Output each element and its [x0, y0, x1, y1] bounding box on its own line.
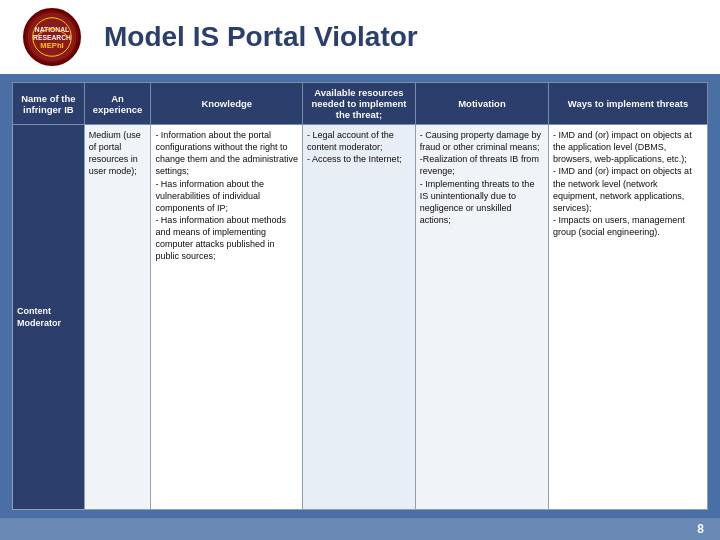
cell-motivation: - Causing property damage by fraud or ot… [415, 125, 548, 510]
cell-knowledge: - Information about the portal configura… [151, 125, 303, 510]
col-header-ways: Ways to implement threats [549, 83, 708, 125]
page-title: Model IS Portal Violator [104, 21, 418, 53]
logo-area: NATIONAL RESEARCH MEPhI [16, 8, 88, 66]
violator-table: Name of the infringer IB An experience K… [12, 82, 708, 510]
col-header-avail: Available resources needed to implement … [303, 83, 416, 125]
slide: NATIONAL RESEARCH MEPhI Model IS Portal … [0, 0, 720, 540]
footer: 8 [0, 518, 720, 540]
cell-experience: Medium (use of portal resources in user … [84, 125, 151, 510]
cell-available: - Legal account of the content moderator… [303, 125, 416, 510]
table-row: Content Moderator Medium (use of portal … [13, 125, 708, 510]
cell-ways: - IMD and (or) impact on objects at the … [549, 125, 708, 510]
col-header-motiv: Motivation [415, 83, 548, 125]
col-header-know: Knowledge [151, 83, 303, 125]
logo-circle: NATIONAL RESEARCH MEPhI [23, 8, 81, 66]
logo-svg: NATIONAL RESEARCH MEPhI [26, 10, 78, 64]
col-header-name: Name of the infringer IB [13, 83, 85, 125]
svg-text:MEPhI: MEPhI [40, 41, 64, 50]
page-number: 8 [697, 522, 704, 536]
main-content: Name of the infringer IB An experience K… [0, 74, 720, 518]
col-header-exp: An experience [84, 83, 151, 125]
cell-name: Content Moderator [13, 125, 85, 510]
svg-text:NATIONAL: NATIONAL [35, 26, 69, 33]
header: NATIONAL RESEARCH MEPhI Model IS Portal … [0, 0, 720, 74]
